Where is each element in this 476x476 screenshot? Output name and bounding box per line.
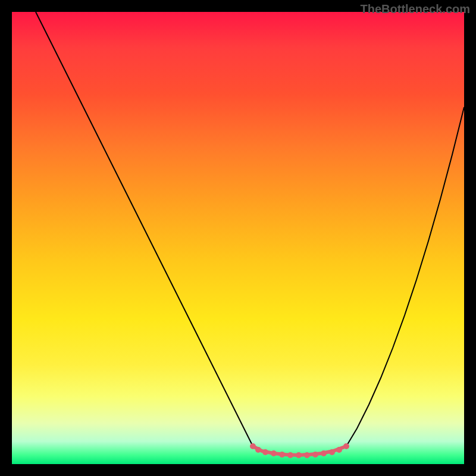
marker-dot <box>343 443 349 449</box>
marker-dot <box>321 450 327 456</box>
right-curve <box>346 107 464 446</box>
marker-dot <box>279 452 285 458</box>
bottom-markers <box>250 443 349 458</box>
marker-dot <box>287 452 293 458</box>
marker-dot <box>312 452 318 458</box>
marker-dot <box>304 452 310 458</box>
marker-dot <box>296 452 302 458</box>
left-curve <box>36 12 253 446</box>
plot-area <box>12 12 464 464</box>
watermark-text: TheBottleneck.com <box>361 2 470 16</box>
marker-dot <box>336 447 342 453</box>
marker-dot <box>255 447 261 453</box>
marker-dot <box>262 449 268 455</box>
marker-dot <box>329 449 335 455</box>
chart-svg <box>12 12 464 464</box>
marker-dot <box>250 443 256 449</box>
marker-dot <box>271 450 277 456</box>
